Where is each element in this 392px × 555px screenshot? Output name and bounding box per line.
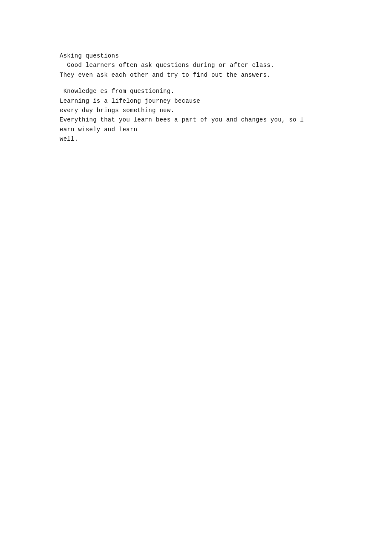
paragraph-2: Knowledge es from questioning. Learning … xyxy=(60,87,341,144)
paragraph2-line5: earn wisely and learn xyxy=(60,125,341,134)
paragraph2-line3: every day brings something new. xyxy=(60,106,341,115)
heading-line: Asking questions xyxy=(60,51,341,61)
content-area: Asking questions Good learners often ask… xyxy=(0,0,341,144)
paragraph1-line1: Good learners often ask questions during… xyxy=(60,61,341,70)
paragraph2-line1: Knowledge es from questioning. xyxy=(60,87,341,96)
paragraph-1: Asking questions Good learners often ask… xyxy=(60,51,341,80)
paragraph2-line4: Everything that you learn bees a part of… xyxy=(60,115,341,124)
paragraph2-line6: well. xyxy=(60,134,341,144)
paragraph2-line2: Learning is a lifelong journey because xyxy=(60,96,341,106)
paragraph1-line2: They even ask each other and try to find… xyxy=(60,70,341,80)
